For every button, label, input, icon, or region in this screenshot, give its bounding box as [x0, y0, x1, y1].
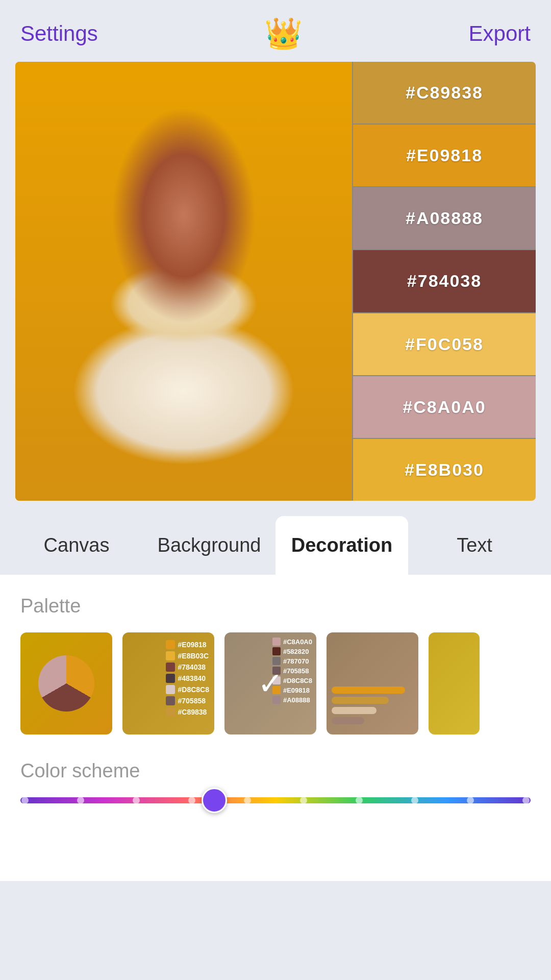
palette-thumb-5[interactable]	[429, 632, 480, 734]
palette-1-circle	[38, 655, 94, 712]
color-swatch-5[interactable]: #F0C058	[353, 313, 536, 376]
tab-text[interactable]: Text	[408, 516, 541, 575]
header: Settings 👑 Export	[0, 0, 551, 62]
palette-thumb-3[interactable]: ✓ #C8A0A0 #582820 #787070	[224, 632, 316, 734]
color-scheme-slider[interactable]	[20, 797, 531, 803]
tab-background[interactable]: Background	[143, 516, 276, 575]
palette-selected-check: ✓	[258, 666, 283, 701]
tab-decoration[interactable]: Decoration	[276, 516, 408, 575]
export-button[interactable]: Export	[469, 21, 531, 46]
color-panel: #C89838 #E09818 #A08888 #784038 #F0C058 …	[352, 62, 536, 501]
settings-button[interactable]: Settings	[20, 21, 98, 46]
slider-dot-5	[244, 797, 251, 804]
palette-label: Palette	[20, 595, 531, 617]
slider-dot-4	[188, 797, 195, 804]
tabs-row: Canvas Background Decoration Text	[0, 516, 551, 575]
slider-thumb[interactable]	[202, 788, 227, 813]
palette-thumb-4[interactable]	[327, 632, 418, 734]
crown-icon: 👑	[264, 15, 303, 52]
color-swatch-1[interactable]: #C89838	[353, 62, 536, 125]
palette-thumb-2[interactable]: #E09818 #E8B03C #784038 #483840	[122, 632, 214, 734]
palette-thumb-1[interactable]	[20, 632, 112, 734]
image-color-section: #C89838 #E09818 #A08888 #784038 #F0C058 …	[15, 62, 536, 501]
slider-dot-9	[467, 797, 474, 804]
slider-dots	[20, 797, 531, 804]
tabs-section: Canvas Background Decoration Text	[0, 516, 551, 575]
slider-dot-8	[411, 797, 418, 804]
photo-woman	[15, 62, 352, 501]
tab-canvas[interactable]: Canvas	[10, 516, 143, 575]
slider-dot-6	[300, 797, 307, 804]
slider-dot-7	[356, 797, 363, 804]
slider-dot-10	[522, 797, 530, 804]
color-swatch-2[interactable]: #E09818	[353, 125, 536, 187]
slider-dot-2	[77, 797, 84, 804]
photo-area	[15, 62, 352, 501]
color-swatch-4[interactable]: #784038	[353, 250, 536, 313]
palette-4-bars	[332, 687, 413, 724]
slider-dot-1	[21, 797, 29, 804]
color-swatch-6[interactable]: #C8A0A0	[353, 376, 536, 439]
color-swatch-3[interactable]: #A08888	[353, 187, 536, 250]
palette-row: #E09818 #E8B03C #784038 #483840	[20, 632, 531, 734]
slider-dot-3	[133, 797, 140, 804]
color-swatch-7[interactable]: #E8B030	[353, 439, 536, 501]
color-scheme-label: Color scheme	[20, 760, 531, 782]
content-area: Palette #E09818 #E8B03C	[0, 575, 551, 881]
palette-2-list: #E09818 #E8B03C #784038 #483840	[166, 640, 209, 717]
